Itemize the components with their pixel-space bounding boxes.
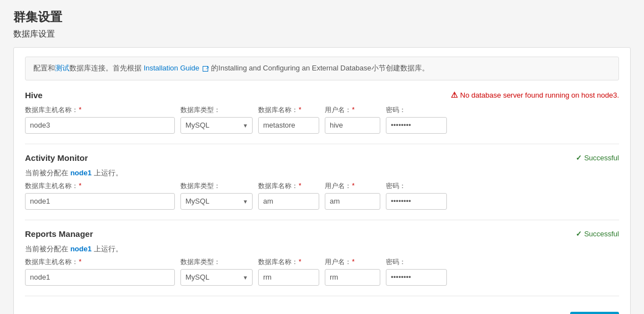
reports-password-group: 密码： xyxy=(386,257,447,286)
bottom-bar: 显示密码 测试连接 xyxy=(25,305,619,314)
reports-dbtype-group: 数据库类型： MySQL PostgreSQL Oracle ▼ xyxy=(180,257,253,286)
activity-password-input[interactable] xyxy=(386,193,447,210)
activity-status-text: Successful xyxy=(584,154,619,162)
activity-username-group: 用户名：* xyxy=(325,181,380,210)
reports-username-label: 用户名：* xyxy=(325,257,380,267)
activity-sub-info: 当前被分配在 node1 上运行。 xyxy=(25,168,619,178)
reports-section: Reports Manager ✓ Successful 当前被分配在 node… xyxy=(25,229,619,296)
page-main-title: 群集设置 xyxy=(13,9,631,26)
reports-password-input[interactable] xyxy=(386,269,447,286)
test-link[interactable]: 测试 xyxy=(55,64,69,72)
hive-username-group: 用户名：* xyxy=(325,105,380,134)
reports-dbtype-select[interactable]: MySQL PostgreSQL Oracle xyxy=(180,269,253,286)
activity-dbname-group: 数据库名称：* xyxy=(258,181,319,210)
reports-section-header: Reports Manager ✓ Successful xyxy=(25,229,619,239)
hive-form-row: 数据库主机名称：* 数据库类型： MySQL PostgreSQL Oracle… xyxy=(25,105,619,134)
info-bar: 配置和测试数据库连接。首先根据 Installation Guide ↗ 的In… xyxy=(25,57,619,80)
test-connection-button[interactable]: 测试连接 xyxy=(570,312,619,314)
hive-dbtype-group: 数据库类型： MySQL PostgreSQL Oracle ▼ xyxy=(180,105,253,134)
reports-password-label: 密码： xyxy=(386,257,447,267)
reports-node: node1 xyxy=(71,245,92,253)
reports-hostname-label: 数据库主机名称：* xyxy=(25,257,175,267)
hive-dbname-group: 数据库名称：* xyxy=(258,105,319,134)
guide-section: Installing and Configuring an External D… xyxy=(218,64,371,72)
activity-status-success: ✓ Successful xyxy=(576,154,619,162)
hive-hostname-group: 数据库主机名称：* xyxy=(25,105,175,134)
hive-dbname-input[interactable] xyxy=(258,117,319,134)
reports-hostname-group: 数据库主机名称：* xyxy=(25,257,175,286)
reports-status-success: ✓ Successful xyxy=(576,230,619,238)
hive-dbtype-select[interactable]: MySQL PostgreSQL Oracle xyxy=(180,117,253,134)
reports-username-input[interactable] xyxy=(325,269,380,286)
hive-dbname-label: 数据库名称：* xyxy=(258,105,319,115)
hive-password-input[interactable] xyxy=(386,117,447,134)
guide-link-text: Installation Guide xyxy=(144,64,199,72)
hive-dbtype-label: 数据库类型： xyxy=(180,105,253,115)
activity-password-group: 密码： xyxy=(386,181,447,210)
activity-node: node1 xyxy=(71,169,92,177)
hive-hostname-input[interactable] xyxy=(25,117,175,134)
reports-dbtype-label: 数据库类型： xyxy=(180,257,253,267)
activity-dbtype-label: 数据库类型： xyxy=(180,181,253,191)
activity-dbtype-select[interactable]: MySQL PostgreSQL Oracle xyxy=(180,193,253,210)
activity-hostname-label: 数据库主机名称：* xyxy=(25,181,175,191)
reports-dbname-group: 数据库名称：* xyxy=(258,257,319,286)
activity-dbname-label: 数据库名称：* xyxy=(258,181,319,191)
activity-password-label: 密码： xyxy=(386,181,447,191)
activity-dbtype-group: 数据库类型： MySQL PostgreSQL Oracle ▼ xyxy=(180,181,253,210)
activity-username-label: 用户名：* xyxy=(325,181,380,191)
hive-username-input[interactable] xyxy=(325,117,380,134)
main-card: 配置和测试数据库连接。首先根据 Installation Guide ↗ 的In… xyxy=(13,47,631,314)
reports-hostname-input[interactable] xyxy=(25,269,175,286)
reports-section-name: Reports Manager xyxy=(25,229,93,239)
page-sub-title: 数据库设置 xyxy=(13,29,631,39)
error-icon: ⚠ xyxy=(451,90,458,99)
activity-dbname-input[interactable] xyxy=(258,193,319,210)
info-text-middle: 数据库连接。首先根据 xyxy=(69,64,142,72)
reports-form-row: 数据库主机名称：* 数据库类型： MySQL PostgreSQL Oracle… xyxy=(25,257,619,286)
hive-section-name: Hive xyxy=(25,90,43,100)
hive-password-label: 密码： xyxy=(386,105,447,115)
activity-username-input[interactable] xyxy=(325,193,380,210)
activity-hostname-group: 数据库主机名称：* xyxy=(25,181,175,210)
guide-link[interactable]: Installation Guide ↗ xyxy=(142,64,211,72)
activity-section-header: Activity Monitor ✓ Successful xyxy=(25,153,619,163)
info-text-before: 配置和 xyxy=(33,64,55,72)
hive-section: Hive ⚠ No database server found running … xyxy=(25,90,619,144)
activity-form-row: 数据库主机名称：* 数据库类型： MySQL PostgreSQL Oracle… xyxy=(25,181,619,210)
external-link-icon: ↗ xyxy=(203,66,208,72)
reports-check-icon: ✓ xyxy=(576,230,582,238)
info-text-end: 小节创建数据库。 xyxy=(371,64,429,72)
reports-dbname-label: 数据库名称：* xyxy=(258,257,319,267)
hive-section-header: Hive ⚠ No database server found running … xyxy=(25,90,619,100)
reports-status-text: Successful xyxy=(584,230,619,238)
activity-hostname-input[interactable] xyxy=(25,193,175,210)
hive-status-error: ⚠ No database server found running on ho… xyxy=(451,90,619,99)
reports-dbname-input[interactable] xyxy=(258,269,319,286)
activity-check-icon: ✓ xyxy=(576,154,582,162)
hive-hostname-label: 数据库主机名称：* xyxy=(25,105,175,115)
activity-section-name: Activity Monitor xyxy=(25,153,88,163)
info-text-after: 的 xyxy=(211,64,218,72)
reports-sub-info: 当前被分配在 node1 上运行。 xyxy=(25,244,619,254)
reports-username-group: 用户名：* xyxy=(325,257,380,286)
hive-username-label: 用户名：* xyxy=(325,105,380,115)
hive-password-group: 密码： xyxy=(386,105,447,134)
hive-status-text: No database server found running on host… xyxy=(460,91,619,99)
activity-section: Activity Monitor ✓ Successful 当前被分配在 nod… xyxy=(25,153,619,220)
